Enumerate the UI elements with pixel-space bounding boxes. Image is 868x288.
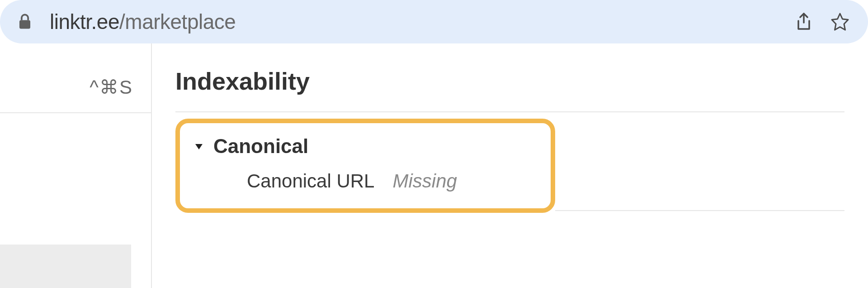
row-divider-right	[555, 119, 844, 211]
content-area: ^⌘S Indexability Canonical Canonical URL	[0, 43, 868, 288]
section-divider	[175, 111, 844, 112]
canonical-group-title: Canonical	[213, 135, 308, 158]
svg-rect-0	[19, 20, 30, 29]
star-icon[interactable]	[830, 12, 850, 32]
disclosure-triangle-icon[interactable]	[193, 141, 204, 152]
url-text[interactable]: linktr.ee/marketplace	[50, 10, 794, 34]
url-domain: linktr.ee	[50, 10, 119, 34]
keyboard-shortcut-label: ^⌘S	[90, 76, 133, 98]
lock-icon	[18, 14, 32, 30]
canonical-url-label: Canonical URL	[247, 170, 374, 192]
sidebar-divider	[0, 112, 151, 113]
share-icon[interactable]	[794, 12, 814, 32]
canonical-url-value: Missing	[392, 170, 457, 192]
main-panel: Indexability Canonical Canonical URL Mis…	[152, 43, 868, 288]
sidebar-selected-item[interactable]	[0, 245, 131, 288]
address-bar-actions	[794, 12, 850, 32]
section-title: Indexability	[175, 67, 844, 95]
canonical-url-row: Canonical URL Missing	[193, 170, 537, 192]
sidebar: ^⌘S	[0, 43, 152, 288]
canonical-highlight-box: Canonical Canonical URL Missing	[175, 119, 555, 213]
canonical-group-header[interactable]: Canonical	[193, 135, 537, 158]
address-bar[interactable]: linktr.ee/marketplace	[0, 0, 868, 43]
url-path: /marketplace	[119, 10, 236, 34]
